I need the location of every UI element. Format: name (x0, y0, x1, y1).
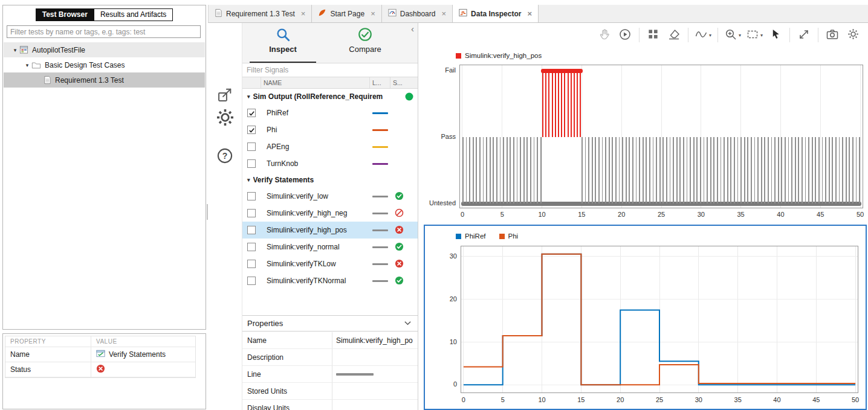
close-tab-icon[interactable]: × (301, 9, 306, 18)
tab-results-and-artifacts[interactable]: Results and Artifacts (94, 8, 173, 21)
tab-test-browser[interactable]: Test Browser (36, 8, 94, 21)
collapse-panel-icon[interactable]: ‹ (411, 24, 414, 34)
properties-section-header[interactable]: Properties (242, 315, 418, 332)
signal-property-value (332, 349, 418, 365)
playback-button[interactable] (617, 27, 633, 43)
signal-checkbox[interactable] (247, 209, 256, 217)
signal-row-simulink-verifytknormal[interactable]: Simulink:verifyTKNormal (242, 272, 418, 289)
doc-tab-dashboard[interactable]: Dashboard× (382, 5, 453, 22)
checkbox-column-header (242, 77, 261, 88)
signal-checkbox[interactable] (247, 277, 256, 285)
close-tab-icon[interactable]: × (371, 9, 375, 18)
selected-chart-frame[interactable]: PhiRefPhi 0102030 05101520253035404550 (424, 225, 867, 410)
x-tick-label: 45 (817, 211, 824, 218)
signal-row-simulink-verify-low[interactable]: Simulink:verify_low (242, 188, 418, 205)
signals-chart-legend: PhiRefPhi (456, 232, 518, 240)
fit-button[interactable] (796, 27, 812, 43)
signal-row-phi[interactable]: Phi (242, 121, 418, 138)
signal-name: Simulink:verify_normal (267, 243, 367, 251)
verify-chart-x-axis: 05101520253035404550 (459, 210, 863, 219)
tree-expand-icon[interactable]: ▾ (23, 62, 31, 68)
settings-button[interactable] (845, 27, 861, 43)
erase-button[interactable] (666, 27, 682, 43)
export-button[interactable] (215, 85, 235, 106)
tree-item-requirement-1-3-test[interactable]: Requirement 1.3 Test (4, 72, 205, 88)
signal-checkbox[interactable] (247, 159, 256, 168)
pass-status-icon (395, 242, 404, 251)
signal-row-apeng[interactable]: APEng (242, 138, 418, 155)
signal-row-turnknob[interactable]: TurnKnob (242, 155, 418, 172)
signal-checkbox[interactable] (247, 126, 256, 134)
line-column-header: L... (369, 77, 390, 88)
tree-item-autopilottestfile[interactable]: ▾AutopilotTestFile (4, 42, 205, 57)
tree-item-label: Requirement 1.3 Test (55, 76, 124, 85)
signal-group-verify-statements[interactable]: ▾Verify Statements (242, 172, 418, 188)
signal-list: ▾Sim Output (RollReference_RequiremPhiRe… (242, 89, 418, 289)
signal-table-header: NAME L... S... (242, 77, 418, 89)
signal-checkbox[interactable] (247, 260, 256, 268)
data-inspector-icon (459, 8, 467, 19)
signal-row-simulink-verify-normal[interactable]: Simulink:verify_normal (242, 239, 418, 255)
cursor-button[interactable] (768, 27, 783, 43)
signal-line-sample (372, 129, 388, 131)
signal-filter-input[interactable] (242, 63, 418, 77)
zoom-button[interactable]: ▾ (724, 27, 741, 43)
signal-checkbox[interactable] (247, 226, 256, 234)
signal-row-simulink-verify-high-neg[interactable]: Simulink:verify_high_neg (242, 205, 418, 222)
active-tab-underline (250, 62, 316, 63)
doc-tab-data-inspector[interactable]: Data Inspector× (453, 5, 539, 22)
signal-row-phiref[interactable]: PhiRef (242, 104, 418, 121)
property-row-name: NameVerify Statements (5, 347, 195, 362)
x-tick-label: 5 (501, 396, 505, 403)
tab-compare[interactable]: Compare (332, 27, 398, 54)
signal-style-button[interactable]: ▾ (695, 27, 711, 43)
signal-checkbox[interactable] (247, 109, 256, 117)
doc-tab-requirement-1-3-test[interactable]: Requirement 1.3 Test× (209, 5, 312, 22)
verify-pass-stems (462, 137, 542, 204)
test-properties-panel: PROPERTY VALUE NameVerify StatementsStat… (2, 333, 206, 409)
help-button[interactable]: ? (215, 146, 235, 167)
untested-status-icon (395, 208, 404, 217)
name-column-header: NAME (261, 77, 369, 88)
compare-tab-label: Compare (332, 45, 398, 54)
test-filter-input[interactable] (7, 25, 201, 38)
signal-group-sim-output-rollreference-requirem[interactable]: ▾Sim Output (RollReference_Requirem (242, 89, 418, 104)
export-icon (216, 86, 233, 105)
collapse-group-icon[interactable]: ▾ (247, 94, 250, 100)
signal-property-value (332, 366, 418, 382)
close-tab-icon[interactable]: × (441, 9, 446, 18)
x-tick-label: 40 (777, 211, 784, 218)
signal-property-row-display-units: Display Units (242, 400, 418, 410)
tree-item-basic-design-test-cases[interactable]: ▾Basic Design Test Cases (4, 57, 205, 72)
x-tick-label: 45 (812, 396, 820, 403)
verify-chart-plot[interactable] (459, 65, 863, 208)
region-select-button[interactable]: ▾ (746, 27, 763, 43)
x-tick-label: 20 (617, 396, 624, 403)
doc-tab-start-page[interactable]: Start Page× (312, 5, 381, 22)
data-inspector-panel: Inspect Compare ‹ NAME L... S... ▾Sim Ou… (242, 23, 418, 410)
test-doc-icon (215, 8, 222, 19)
tree-expand-icon[interactable]: ▾ (11, 47, 19, 53)
property-row-status: Status (5, 362, 195, 377)
signal-row-simulink-verifytklow[interactable]: Simulink:verifyTKLow (242, 255, 418, 272)
tree-item-label: Basic Design Test Cases (45, 61, 125, 69)
signal-checkbox[interactable] (247, 192, 256, 200)
tab-inspect[interactable]: Inspect (250, 27, 316, 54)
snapshot-button[interactable] (824, 27, 840, 43)
x-tick-label: 5 (500, 211, 504, 218)
signal-name: Simulink:verify_high_pos (267, 226, 367, 234)
signal-name: Simulink:verifyTKNormal (267, 277, 367, 285)
signal-checkbox[interactable] (247, 143, 256, 151)
collapse-group-icon[interactable]: ▾ (247, 177, 250, 183)
x-tick-label: 40 (773, 396, 780, 403)
signal-step-lines (461, 246, 858, 392)
layout-button[interactable] (646, 27, 661, 43)
close-tab-icon[interactable]: × (527, 9, 532, 18)
signal-checkbox[interactable] (247, 243, 256, 251)
signal-row-simulink-verify-high-pos[interactable]: Simulink:verify_high_pos (242, 222, 418, 239)
signal-name: TurnKnob (267, 159, 367, 168)
signals-chart-plot[interactable] (461, 246, 858, 393)
preferences-button[interactable] (215, 108, 235, 129)
pan-button[interactable] (597, 27, 612, 43)
test-case-icon (44, 75, 51, 85)
